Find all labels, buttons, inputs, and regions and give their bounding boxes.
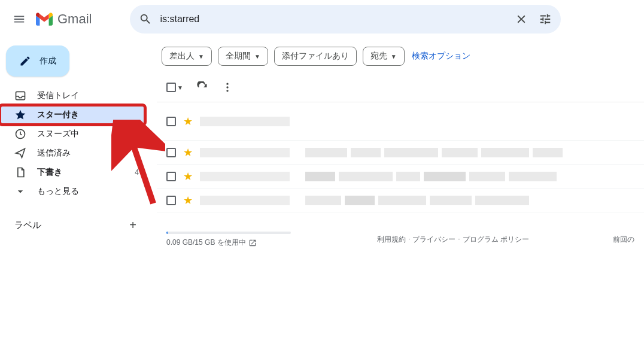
sidebar-item-label: 受信トレイ	[37, 90, 139, 101]
filter-chips-row: 差出人▼ 全期間▼ 添付ファイルあり 宛先▼ 検索オプション	[157, 42, 644, 73]
mail-toolbar: ▼	[157, 73, 644, 102]
star-icon[interactable]: ★	[183, 194, 193, 207]
search-bar[interactable]	[130, 5, 561, 34]
svg-point-2	[226, 83, 228, 85]
search-input[interactable]	[157, 14, 509, 25]
star-icon[interactable]: ★	[183, 115, 193, 128]
chevron-down-icon: ▼	[177, 84, 183, 91]
header: Gmail	[0, 0, 644, 38]
svg-point-3	[226, 86, 228, 88]
storage-text: 0.09 GB/15 GB を使用中	[166, 238, 246, 248]
chip-label: 差出人	[169, 51, 195, 62]
chip-label: 添付ファイルあり	[282, 51, 349, 62]
redacted-content	[200, 172, 634, 181]
sidebar-item-more[interactable]: もっと見る	[0, 182, 146, 201]
main-menu-button[interactable]	[5, 5, 34, 34]
search-icon[interactable]	[133, 7, 157, 31]
privacy-link[interactable]: プライバシー	[412, 235, 455, 245]
open-in-new-icon[interactable]	[248, 239, 257, 247]
redacted-content	[200, 196, 634, 205]
product-name: Gmail	[57, 11, 92, 27]
clear-search-button[interactable]	[509, 7, 533, 31]
advanced-search-link[interactable]: 検索オプション	[412, 51, 470, 62]
hamburger-icon	[13, 13, 26, 26]
search-options-button[interactable]	[533, 7, 557, 31]
mail-row[interactable]: ★	[157, 188, 644, 212]
mail-row[interactable]: ★	[157, 102, 644, 141]
sidebar-item-sent[interactable]: 送信済み	[0, 144, 146, 163]
sidebar-item-starred[interactable]: スター付き	[0, 105, 145, 124]
chip-has-attachment[interactable]: 添付ファイルあり	[274, 47, 357, 66]
sidebar-item-snoozed[interactable]: スヌーズ中	[0, 124, 146, 144]
mail-list: ★ ★	[157, 102, 644, 212]
sidebar: 作成 受信トレイ スター付き スヌーズ中 送信済み 下書き 4 もっと見る	[0, 38, 153, 362]
sidebar-item-label: もっと見る	[37, 186, 139, 197]
redacted-content	[200, 148, 634, 157]
add-label-button[interactable]: +	[124, 217, 141, 233]
chevron-down-icon	[14, 185, 26, 197]
main-panel: 差出人▼ 全期間▼ 添付ファイルあり 宛先▼ 検索オプション ▼ ★	[153, 38, 644, 362]
policy-link[interactable]: プログラム ポリシー	[463, 235, 529, 245]
redacted-content	[200, 117, 634, 126]
chip-to[interactable]: 宛先▼	[363, 47, 405, 66]
chevron-down-icon: ▼	[391, 53, 397, 60]
footer: 0.09 GB/15 GB を使用中 利用規約 · プライバシー · プログラム…	[157, 224, 644, 255]
sidebar-item-label: 送信済み	[37, 148, 139, 159]
svg-point-4	[226, 90, 228, 92]
pencil-icon	[19, 55, 31, 67]
sidebar-item-count: 4	[135, 168, 139, 177]
gmail-logo[interactable]: Gmail	[36, 11, 92, 27]
send-icon	[14, 147, 26, 159]
search-container	[130, 5, 561, 34]
footer-links: 利用規約 · プライバシー · プログラム ポリシー	[377, 235, 529, 245]
chip-label: 宛先	[370, 51, 387, 62]
terms-link[interactable]: 利用規約	[377, 235, 406, 245]
sidebar-item-label: スター付き	[37, 109, 138, 120]
refresh-button[interactable]	[196, 81, 208, 93]
star-icon[interactable]: ★	[183, 170, 193, 183]
select-all-checkbox[interactable]: ▼	[166, 83, 183, 92]
star-icon	[14, 109, 26, 121]
compose-label: 作成	[40, 56, 56, 66]
star-icon[interactable]: ★	[183, 146, 193, 159]
chip-anytime[interactable]: 全期間▼	[218, 47, 268, 66]
row-checkbox[interactable]	[166, 196, 176, 205]
chip-from[interactable]: 差出人▼	[162, 47, 212, 66]
compose-button[interactable]: 作成	[6, 45, 69, 77]
row-checkbox[interactable]	[166, 117, 176, 126]
mail-row[interactable]: ★	[157, 141, 644, 165]
chevron-down-icon: ▼	[254, 53, 260, 60]
labels-heading: ラベル +	[0, 214, 153, 236]
storage-bar	[166, 232, 291, 234]
row-checkbox[interactable]	[166, 148, 176, 157]
last-activity-text: 前回の	[613, 235, 634, 245]
sidebar-item-drafts[interactable]: 下書き 4	[0, 163, 146, 182]
body: 作成 受信トレイ スター付き スヌーズ中 送信済み 下書き 4 もっと見る	[0, 38, 644, 362]
more-actions-button[interactable]	[221, 81, 233, 93]
sidebar-item-label: スヌーズ中	[37, 129, 139, 139]
gmail-icon	[36, 13, 53, 26]
sidebar-item-label: 下書き	[37, 167, 124, 178]
labels-heading-text: ラベル	[14, 220, 41, 231]
draft-icon	[14, 166, 26, 178]
chip-label: 全期間	[226, 51, 251, 62]
clock-icon	[14, 128, 26, 140]
chevron-down-icon: ▼	[198, 53, 204, 60]
inbox-icon	[14, 90, 26, 102]
sidebar-item-inbox[interactable]: 受信トレイ	[0, 86, 146, 105]
row-checkbox[interactable]	[166, 172, 176, 181]
mail-row[interactable]: ★	[157, 165, 644, 188]
